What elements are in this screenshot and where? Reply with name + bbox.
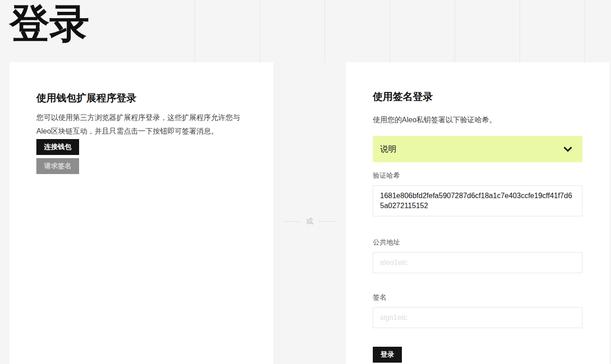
divider-line — [283, 221, 300, 222]
or-divider-label: 或 — [306, 217, 313, 226]
connect-wallet-button[interactable]: 连接钱包 — [36, 139, 79, 155]
wallet-login-card: 使用钱包扩展程序登录 您可以使用第三方浏览器扩展程序登录，这些扩展程序允许您与A… — [10, 62, 273, 364]
background-gridline — [260, 0, 260, 62]
or-divider-strip: 或 — [273, 62, 346, 364]
background-gridline — [325, 0, 325, 62]
wallet-card-description: 您可以使用第三方浏览器扩展程序登录，这些扩展程序允许您与Aleo区块链互动，并且… — [36, 111, 246, 138]
signature-login-card: 使用签名登录 使用您的Aleo私钥签署以下验证哈希。 说明 验证哈希 1681e… — [346, 62, 609, 364]
signature-card-title: 使用签名登录 — [373, 91, 582, 102]
signature-card-description: 使用您的Aleo私钥签署以下验证哈希。 — [373, 113, 582, 127]
login-page: 登录 使用钱包扩展程序登录 您可以使用第三方浏览器扩展程序登录，这些扩展程序允许… — [0, 0, 611, 364]
background-gridline — [520, 0, 520, 62]
or-divider: 或 — [273, 217, 346, 226]
background-gridline — [195, 0, 195, 62]
divider-line — [319, 221, 336, 222]
page-header: 登录 — [0, 0, 611, 62]
verification-hash-label: 验证哈希 — [373, 171, 582, 180]
page-title: 登录 — [10, 3, 90, 45]
signature-input[interactable] — [373, 307, 582, 328]
public-address-input[interactable] — [373, 252, 582, 273]
signature-label: 签名 — [373, 293, 582, 302]
wallet-card-title: 使用钱包扩展程序登录 — [36, 92, 246, 104]
background-gridline — [455, 0, 455, 62]
background-gridline — [585, 0, 585, 62]
login-button[interactable]: 登录 — [373, 347, 402, 363]
chevron-down-icon — [563, 146, 572, 152]
instructions-accordion[interactable]: 说明 — [373, 136, 582, 162]
background-gridline — [390, 0, 390, 62]
instructions-label: 说明 — [380, 144, 396, 155]
verification-hash-value: 1681e806bfd2fefa5907287d6cf18a1c7e403ccf… — [373, 185, 582, 216]
request-signature-button[interactable]: 请求签名 — [36, 158, 79, 174]
public-address-label: 公共地址 — [373, 238, 582, 247]
